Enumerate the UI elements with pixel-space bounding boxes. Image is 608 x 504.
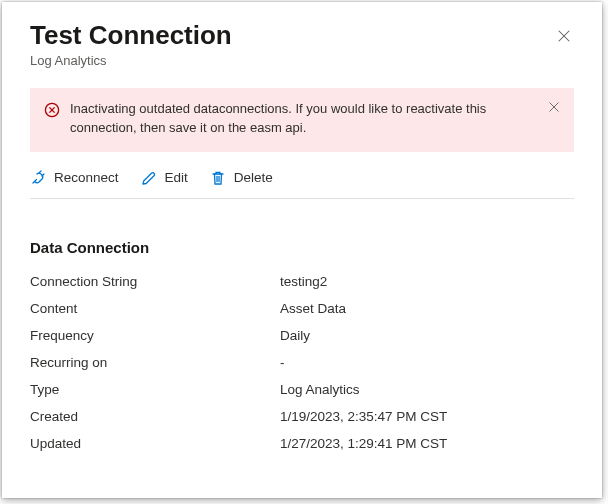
edit-label: Edit bbox=[165, 170, 188, 185]
field-label: Updated bbox=[30, 436, 280, 451]
close-icon bbox=[548, 99, 560, 117]
edit-button[interactable]: Edit bbox=[141, 170, 188, 186]
field-row: Recurring on - bbox=[30, 355, 574, 370]
trash-icon bbox=[210, 170, 226, 186]
error-circle-icon bbox=[44, 102, 60, 118]
alert-message: Inactivating outdated dataconnections. I… bbox=[70, 100, 560, 138]
panel-subtitle: Log Analytics bbox=[30, 53, 574, 68]
error-alert: Inactivating outdated dataconnections. I… bbox=[30, 88, 574, 152]
delete-label: Delete bbox=[234, 170, 273, 185]
alert-dismiss-button[interactable] bbox=[544, 98, 564, 118]
pencil-icon bbox=[141, 170, 157, 186]
delete-button[interactable]: Delete bbox=[210, 170, 273, 186]
field-label: Recurring on bbox=[30, 355, 280, 370]
field-value: Daily bbox=[280, 328, 310, 343]
panel-header: Test Connection Log Analytics bbox=[30, 20, 574, 68]
field-label: Frequency bbox=[30, 328, 280, 343]
panel-title: Test Connection bbox=[30, 20, 574, 51]
field-value: testing2 bbox=[280, 274, 327, 289]
field-value: Asset Data bbox=[280, 301, 346, 316]
connection-details: Connection String testing2 Content Asset… bbox=[30, 274, 574, 451]
connection-panel: Test Connection Log Analytics Inactivati… bbox=[2, 2, 602, 498]
reconnect-label: Reconnect bbox=[54, 170, 119, 185]
action-toolbar: Reconnect Edit Delete bbox=[30, 170, 574, 199]
field-label: Created bbox=[30, 409, 280, 424]
field-row: Frequency Daily bbox=[30, 328, 574, 343]
close-icon bbox=[557, 29, 571, 47]
field-row: Connection String testing2 bbox=[30, 274, 574, 289]
field-value: 1/27/2023, 1:29:41 PM CST bbox=[280, 436, 447, 451]
field-row: Created 1/19/2023, 2:35:47 PM CST bbox=[30, 409, 574, 424]
plug-icon bbox=[30, 170, 46, 186]
field-value: Log Analytics bbox=[280, 382, 360, 397]
field-label: Type bbox=[30, 382, 280, 397]
field-value: 1/19/2023, 2:35:47 PM CST bbox=[280, 409, 447, 424]
field-row: Type Log Analytics bbox=[30, 382, 574, 397]
field-label: Connection String bbox=[30, 274, 280, 289]
field-row: Content Asset Data bbox=[30, 301, 574, 316]
close-button[interactable] bbox=[550, 24, 578, 52]
field-label: Content bbox=[30, 301, 280, 316]
reconnect-button[interactable]: Reconnect bbox=[30, 170, 119, 186]
field-row: Updated 1/27/2023, 1:29:41 PM CST bbox=[30, 436, 574, 451]
field-value: - bbox=[280, 355, 285, 370]
section-heading: Data Connection bbox=[30, 239, 574, 256]
